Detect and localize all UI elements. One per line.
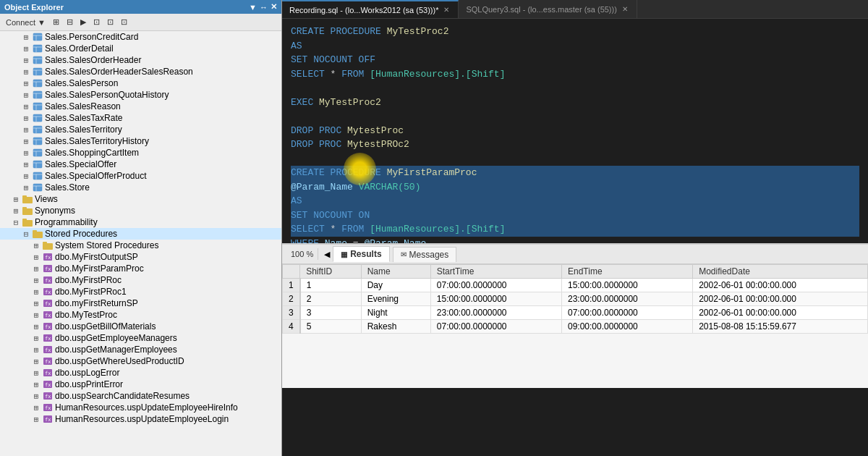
tree-expander-programmability[interactable]: ⊟ xyxy=(10,218,22,227)
tree-item-myTestProc[interactable]: ⊞fxdbo.MyTestProc xyxy=(0,309,281,321)
tree-item-salesReason[interactable]: ⊞Sales.SalesReason xyxy=(0,101,281,112)
tree-item-salesOrderHeaderSalesReason[interactable]: ⊞Sales.SalesOrderHeaderSalesReason xyxy=(0,66,281,77)
tab-close-recording[interactable]: ✕ xyxy=(442,6,451,14)
connect-button[interactable]: Connect ▼ xyxy=(3,17,48,28)
tree-expander-salesReason[interactable]: ⊞ xyxy=(20,102,32,111)
tree-item-uspSearchCandidateResumes[interactable]: ⊞fxdbo.uspSearchCandidateResumes xyxy=(0,390,281,402)
tree-item-uspGetWhereUsedProductID[interactable]: ⊞fxdbo.uspGetWhereUsedProductID xyxy=(0,355,281,367)
svg-rect-36 xyxy=(33,172,42,180)
tree-item-salesOrderDetail[interactable]: ⊞Sales.OrderDetail xyxy=(0,43,281,54)
tree-expander-uspGetBillOfMaterials[interactable]: ⊞ xyxy=(30,322,42,332)
tree-expander-myFirstOutputSP[interactable]: ⊞ xyxy=(30,253,42,262)
tree-item-specialOfferProduct[interactable]: ⊞Sales.SpecialOfferProduct xyxy=(0,170,281,182)
tree-expander-myFirstParamProc[interactable]: ⊞ xyxy=(30,264,42,274)
table-cell-3-1: 5 xyxy=(300,320,361,334)
tree-item-salesPersonCreditCard[interactable]: ⊞Sales.PersonCreditCard xyxy=(0,31,281,43)
tree-expander-hrUpdateEmployeeHireInfo[interactable]: ⊞ xyxy=(30,403,42,413)
svg-text:fx: fx xyxy=(45,347,51,353)
tree-expander-myFirstReturnSP[interactable]: ⊞ xyxy=(30,299,42,308)
table-cell-2-4: 07:00:00.0000000 xyxy=(561,306,692,320)
tree-item-salesTerritoryHistory[interactable]: ⊞Sales.SalesTerritoryHistory xyxy=(0,135,281,147)
col-header-2: Name xyxy=(361,265,430,279)
results-table-wrap[interactable]: ShiftIDNameStartTimeEndTimeModifiedDate … xyxy=(282,264,868,388)
tree-item-salesTerritory[interactable]: ⊞Sales.SalesTerritory xyxy=(0,124,281,135)
tree-expander-shoppingCartItem[interactable]: ⊞ xyxy=(20,148,32,158)
tree-expander-salesTaxRate[interactable]: ⊞ xyxy=(20,114,32,123)
tree-item-views[interactable]: ⊞Views xyxy=(0,193,281,205)
refresh-button[interactable]: ⊟ xyxy=(64,16,76,28)
tree-expander-uspPrintError[interactable]: ⊞ xyxy=(30,380,42,389)
tab-recording[interactable]: Recording.sql - (lo...Works2012 (sa (53)… xyxy=(282,0,459,18)
tree-expander-salesOrderHeaderSalesReason[interactable]: ⊞ xyxy=(20,67,32,77)
tree-expander-myTestProc[interactable]: ⊞ xyxy=(30,311,42,320)
tab-sqlquery3[interactable]: SQLQuery3.sql - (lo...ess.master (sa (55… xyxy=(459,0,637,18)
tree-item-programmability[interactable]: ⊟Programmability xyxy=(0,216,281,228)
tree-expander-salesPersonQuotaHistory[interactable]: ⊞ xyxy=(20,90,32,100)
tree-expander-uspGetManagerEmployees[interactable]: ⊞ xyxy=(30,345,42,355)
tree-item-synonyms[interactable]: ⊞Synonyms xyxy=(0,205,281,216)
tree-item-myFirstOutputSP[interactable]: ⊞fxdbo.MyFirstOutputSP xyxy=(0,251,281,263)
tree-item-salesTaxRate[interactable]: ⊞Sales.SalesTaxRate xyxy=(0,112,281,124)
tree-expander-salesPersonCreditCard[interactable]: ⊞ xyxy=(20,33,32,42)
proc-icon-myFirstParamProc: fx xyxy=(42,263,54,274)
tree-item-hrUpdateEmployeeLogin[interactable]: ⊞fxHumanResources.uspUpdateEmployeeLogin xyxy=(0,413,281,425)
results-tab-icon-messages: ✉ xyxy=(401,250,407,258)
tree-item-shoppingCartItem[interactable]: ⊞Sales.ShoppingCartItem xyxy=(0,147,281,159)
table-cell-3-0: 4 xyxy=(283,320,300,334)
tree-item-salesPersonQuotaHistory[interactable]: ⊞Sales.SalesPersonQuotaHistory xyxy=(0,89,281,101)
tree-item-hrUpdateEmployeeHireInfo[interactable]: ⊞fxHumanResources.uspUpdateEmployeeHireI… xyxy=(0,402,281,413)
tree-expander-systemStoredProcedures[interactable]: ⊞ xyxy=(30,241,42,250)
tree-item-specialOffer[interactable]: ⊞Sales.SpecialOffer xyxy=(0,159,281,170)
properties-button[interactable]: ⊡ xyxy=(104,16,116,28)
oe-float-icon[interactable]: ↔ xyxy=(260,3,268,12)
tree-item-myFirstParamProc[interactable]: ⊞fxdbo.MyFirstParamProc xyxy=(0,263,281,274)
tree-expander-salesOrderDetail[interactable]: ⊞ xyxy=(20,44,32,54)
tree-expander-salesTerritoryHistory[interactable]: ⊞ xyxy=(20,137,32,146)
tree-item-storedProcedures[interactable]: ⊟Stored Procedures xyxy=(0,228,281,240)
tree-expander-specialOffer[interactable]: ⊞ xyxy=(20,160,32,169)
col-header-4: EndTime xyxy=(561,265,692,279)
tree-expander-uspGetWhereUsedProductID[interactable]: ⊞ xyxy=(30,357,42,366)
tree-item-myFirstPRoc1[interactable]: ⊞fxdbo.MyFirstPRoc1 xyxy=(0,286,281,297)
new-query-button[interactable]: ⊞ xyxy=(50,16,62,28)
tree-item-uspGetEmployeeManagers[interactable]: ⊞fxdbo.uspGetEmployeeManagers xyxy=(0,332,281,344)
folder-icon-views xyxy=(22,194,33,204)
tree-expander-storedProcedures[interactable]: ⊟ xyxy=(20,229,32,239)
tree-expander-hrUpdateEmployeeLogin[interactable]: ⊞ xyxy=(30,415,42,424)
filter-button[interactable]: ▶ xyxy=(77,16,89,28)
tree-expander-salesOrderHeader[interactable]: ⊞ xyxy=(20,56,32,65)
code-token: [HumanResources].[Shift] xyxy=(364,222,505,237)
tree-expander-views[interactable]: ⊞ xyxy=(10,195,22,204)
table-cell-1-0: 2 xyxy=(283,292,300,306)
tree-item-uspLogError[interactable]: ⊞fxdbo.uspLogError xyxy=(0,367,281,379)
oe-pin-icon[interactable]: ▼ xyxy=(249,3,257,12)
tree-expander-specialOfferProduct[interactable]: ⊞ xyxy=(20,172,32,181)
tree-item-uspPrintError[interactable]: ⊞fxdbo.uspPrintError xyxy=(0,379,281,390)
sync-button[interactable]: ⊡ xyxy=(90,16,103,28)
tree-item-systemStoredProcedures[interactable]: ⊞System Stored Procedures xyxy=(0,240,281,251)
tree-item-salesPerson[interactable]: ⊞Sales.SalesPerson xyxy=(0,77,281,89)
code-line-3: SELECT * FROM [HumanResources].[Shift] xyxy=(291,67,859,82)
tree-expander-uspLogError[interactable]: ⊞ xyxy=(30,368,42,378)
tree-item-uspGetManagerEmployees[interactable]: ⊞fxdbo.uspGetManagerEmployees xyxy=(0,344,281,355)
tree-item-salesOrderHeader[interactable]: ⊞Sales.SalesOrderHeader xyxy=(0,54,281,66)
tree-expander-myFirstPRoc[interactable]: ⊞ xyxy=(30,276,42,285)
tree-item-myFirstReturnSP[interactable]: ⊞fxdbo.myFirstReturnSP xyxy=(0,297,281,309)
tree-expander-salesPerson[interactable]: ⊞ xyxy=(20,79,32,88)
scroll-left-icon[interactable]: ◀ xyxy=(323,248,331,261)
tree-expander-store[interactable]: ⊞ xyxy=(20,183,32,193)
tree-expander-myFirstPRoc1[interactable]: ⊞ xyxy=(30,287,42,297)
oe-close-icon[interactable]: ✕ xyxy=(271,2,277,12)
code-editor[interactable]: CREATE PROCEDURE MyTestProc2ASSET NOCOUN… xyxy=(282,19,868,243)
results-tab-messages[interactable]: ✉Messages xyxy=(393,247,457,262)
results-tab-results[interactable]: ▦Results xyxy=(333,246,389,262)
tab-close-sqlquery3[interactable]: ✕ xyxy=(621,5,629,13)
help-button[interactable]: ⊡ xyxy=(118,16,130,28)
tree-item-uspGetBillOfMaterials[interactable]: ⊞fxdbo.uspGetBillOfMaterials xyxy=(0,321,281,332)
tree-expander-uspGetEmployeeManagers[interactable]: ⊞ xyxy=(30,334,42,343)
tree-expander-salesTerritory[interactable]: ⊞ xyxy=(20,125,32,135)
tree-expander-uspSearchCandidateResumes[interactable]: ⊞ xyxy=(30,392,42,401)
tree-item-myFirstPRoc[interactable]: ⊞fxdbo.MyFirstPRoc xyxy=(0,274,281,286)
tree-item-store[interactable]: ⊞Sales.Store xyxy=(0,182,281,193)
tree-expander-synonyms[interactable]: ⊞ xyxy=(10,206,22,216)
